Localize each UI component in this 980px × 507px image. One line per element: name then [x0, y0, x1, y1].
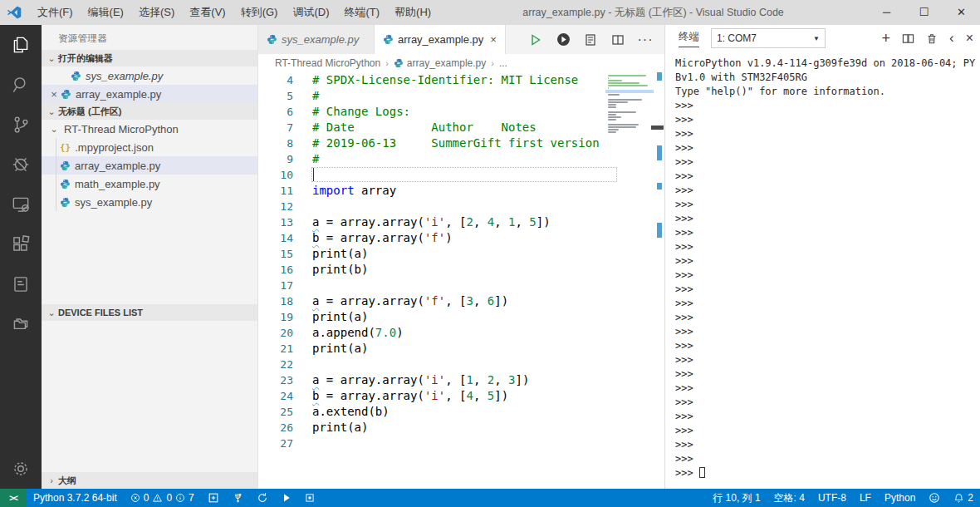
menu-item[interactable]: 文件(F): [30, 0, 81, 25]
run-icon[interactable]: [275, 489, 298, 507]
more-actions-icon[interactable]: ···: [635, 29, 656, 51]
notifications-bell[interactable]: 2: [947, 489, 980, 507]
menu-item[interactable]: 帮助(H): [387, 0, 439, 25]
problems-indicator[interactable]: 0 0 7: [124, 489, 201, 507]
code-line[interactable]: 21print(a): [258, 341, 664, 357]
indentation[interactable]: 空格: 4: [767, 489, 811, 507]
remote-indicator[interactable]: ><: [0, 489, 27, 507]
code-line[interactable]: 25a.extend(b): [258, 404, 664, 420]
code-line[interactable]: 23a = array.array('i', [1, 2, 3]): [258, 372, 664, 388]
close-panel-icon[interactable]: ×: [966, 32, 973, 45]
code-line[interactable]: 11import array: [258, 183, 664, 199]
tab-sys-example[interactable]: sys_example.py: [258, 25, 375, 54]
debug-icon[interactable]: [0, 145, 42, 185]
overview-ruler[interactable]: [654, 72, 664, 489]
section-open-editors[interactable]: ⌄ 打开的编辑器: [42, 50, 257, 66]
current-line-highlight: [311, 167, 617, 182]
terminal-prompt-line: >>>: [675, 311, 977, 325]
run-file-icon[interactable]: [525, 29, 546, 51]
split-terminal-icon[interactable]: [902, 32, 914, 45]
breadcrumb[interactable]: RT-Thread MicroPython › array_example.py…: [258, 54, 664, 72]
file-label: array_example.py: [75, 160, 160, 172]
new-terminal-icon[interactable]: +: [881, 32, 890, 45]
menu-item[interactable]: 编辑(E): [81, 0, 131, 25]
tab-terminal[interactable]: 终端: [679, 30, 699, 47]
file-item[interactable]: sys_example.py: [42, 193, 257, 211]
code-line[interactable]: 17: [258, 278, 664, 293]
terminal-prompt-line: >>>: [675, 367, 977, 381]
code-line[interactable]: 6# Change Logs:: [258, 104, 664, 120]
code-editor[interactable]: 4# SPDX-License-Identifier: MIT License5…: [258, 72, 664, 489]
menu-item[interactable]: 查看(V): [182, 0, 233, 25]
folders-icon[interactable]: [0, 304, 42, 344]
extensions-icon[interactable]: [0, 224, 42, 264]
feedback-smiley-icon[interactable]: [922, 489, 947, 507]
explorer-icon[interactable]: [0, 25, 42, 65]
collapse-panel-icon[interactable]: ‹: [949, 32, 954, 45]
settings-gear-icon[interactable]: [0, 449, 42, 489]
split-editor-icon[interactable]: [607, 29, 629, 51]
stop-icon[interactable]: [298, 489, 321, 507]
folder-item[interactable]: ⌄ RT-Thread MicroPython: [42, 120, 257, 138]
eol-sequence[interactable]: LF: [853, 489, 878, 507]
code-line[interactable]: 8# 2019-06-13 SummerGift first version: [258, 135, 664, 151]
code-line[interactable]: 20a.append(7.0): [258, 325, 664, 341]
file-item[interactable]: math_example.py: [42, 175, 257, 193]
python-interpreter[interactable]: Python 3.7.2 64-bit: [27, 489, 124, 507]
code-line[interactable]: 14b = array.array('f'): [258, 230, 664, 246]
tab-bar: sys_example.py array_example.py × ···: [258, 25, 664, 54]
notebook-icon[interactable]: [0, 264, 42, 304]
code-line[interactable]: 4# SPDX-License-Identifier: MIT License: [258, 72, 664, 88]
breadcrumb-item[interactable]: array_example.py: [407, 57, 486, 69]
minimize-button[interactable]: ─: [868, 0, 905, 25]
source-control-icon[interactable]: [0, 105, 42, 145]
open-preview-icon[interactable]: [580, 29, 601, 51]
menu-item[interactable]: 终端(T): [336, 0, 387, 25]
tab-array-example[interactable]: array_example.py ×: [375, 25, 506, 54]
code-line[interactable]: 12: [258, 199, 664, 214]
menu-item[interactable]: 选择(S): [131, 0, 182, 25]
cursor-position[interactable]: 行 10, 列 1: [706, 489, 767, 507]
close-icon[interactable]: ×: [47, 88, 61, 101]
section-device-files[interactable]: ⌄ DEVICE FILES LIST: [42, 304, 257, 321]
code-line[interactable]: 5#: [258, 88, 664, 104]
kill-terminal-icon[interactable]: [926, 32, 938, 45]
close-button[interactable]: ✕: [943, 0, 980, 25]
breadcrumb-item[interactable]: ...: [499, 57, 507, 69]
close-icon[interactable]: ×: [490, 33, 497, 46]
run-code-icon[interactable]: [552, 29, 574, 51]
menu-item[interactable]: 转到(G): [233, 0, 286, 25]
code-line[interactable]: 24b = array.array('i', [4, 5]): [258, 388, 664, 404]
code-line[interactable]: 26print(a): [258, 420, 664, 436]
remote-device-icon[interactable]: [0, 185, 42, 224]
maximize-button[interactable]: ☐: [905, 0, 943, 25]
add-project-icon[interactable]: [201, 489, 226, 507]
code-line[interactable]: 15print(a): [258, 246, 664, 262]
file-item[interactable]: {} .mpyproject.json: [42, 138, 257, 156]
terminal-output[interactable]: MicroPython v1.9.4-114-g309fe39d on 2018…: [665, 52, 980, 489]
sync-download-icon[interactable]: [250, 489, 275, 507]
language-mode[interactable]: Python: [878, 489, 922, 507]
code-line[interactable]: 13a = array.array('i', [2, 4, 1, 5]): [258, 214, 664, 230]
code-line[interactable]: 16print(b): [258, 262, 664, 278]
code-line[interactable]: 18a = array.array('f', [3, 6]): [258, 293, 664, 309]
code-line[interactable]: 27: [258, 436, 664, 451]
file-item[interactable]: array_example.py: [42, 156, 257, 175]
menu-item[interactable]: 调试(D): [285, 0, 336, 25]
section-workspace[interactable]: ⌄ 无标题 (工作区): [42, 103, 257, 120]
code-line[interactable]: 10: [258, 167, 664, 183]
code-line[interactable]: 22: [258, 357, 664, 372]
open-editor-item[interactable]: sys_example.py: [42, 66, 257, 85]
encoding[interactable]: UTF-8: [811, 489, 853, 507]
terminal-prompt-line: >>>: [675, 297, 977, 311]
section-outline[interactable]: › 大纲: [42, 472, 257, 489]
usb-device-icon[interactable]: [226, 489, 250, 507]
search-icon[interactable]: [0, 65, 42, 105]
terminal-select[interactable]: 1: COM7 ▼: [711, 28, 826, 48]
code-line[interactable]: 7# Date Author Notes: [258, 120, 664, 135]
code-line[interactable]: 9#: [258, 151, 664, 167]
code-line[interactable]: 19print(a): [258, 309, 664, 325]
breadcrumb-item[interactable]: RT-Thread MicroPython: [275, 57, 380, 69]
open-editor-item[interactable]: × array_example.py: [42, 85, 257, 103]
minimap[interactable]: [608, 74, 653, 136]
